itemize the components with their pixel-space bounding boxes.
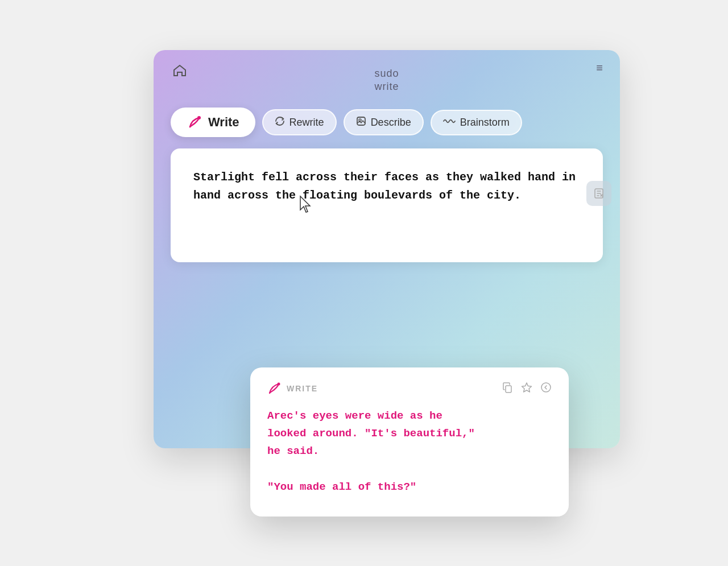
main-text-area[interactable]: Starlight fell across their faces as the… xyxy=(171,148,603,262)
result-write-icon xyxy=(267,382,281,395)
result-card-header: WRITE xyxy=(267,382,552,396)
rewrite-label: Rewrite xyxy=(289,117,324,129)
result-card-label: WRITE xyxy=(287,384,318,393)
window-header: sudowrite ≡ xyxy=(154,50,620,94)
brainstorm-button[interactable]: Brainstorm xyxy=(431,110,522,135)
brand-name: sudowrite xyxy=(374,67,399,94)
toolbar: Write Rewrite xyxy=(154,93,620,148)
star-icon[interactable] xyxy=(521,382,532,396)
svg-point-0 xyxy=(197,116,201,119)
svg-point-4 xyxy=(278,383,280,386)
back-icon[interactable] xyxy=(540,382,552,396)
rewrite-icon xyxy=(275,116,285,129)
write-button[interactable]: Write xyxy=(171,108,255,137)
brainstorm-label: Brainstorm xyxy=(460,117,510,129)
copy-icon[interactable] xyxy=(502,382,513,396)
main-content-text: Starlight fell across their faces as the… xyxy=(193,168,580,205)
result-content-text: Arec's eyes were wide as he looked aroun… xyxy=(267,407,552,497)
result-card: WRITE xyxy=(250,367,569,517)
write-logo-icon xyxy=(187,114,202,130)
describe-label: Describe xyxy=(371,117,411,129)
rewrite-button[interactable]: Rewrite xyxy=(262,109,337,135)
write-label: Write xyxy=(208,115,239,130)
sidebar-notes-icon[interactable] xyxy=(586,181,611,206)
describe-icon xyxy=(356,116,366,129)
describe-button[interactable]: Describe xyxy=(344,109,424,135)
home-icon[interactable] xyxy=(171,61,189,80)
brainstorm-icon xyxy=(443,117,456,127)
menu-icon[interactable]: ≡ xyxy=(596,61,603,75)
svg-rect-1 xyxy=(357,117,365,125)
result-title: WRITE xyxy=(267,382,318,395)
result-actions xyxy=(502,382,552,396)
svg-point-6 xyxy=(541,383,551,392)
scene: sudowrite ≡ Write xyxy=(108,50,620,517)
svg-rect-5 xyxy=(506,386,511,393)
